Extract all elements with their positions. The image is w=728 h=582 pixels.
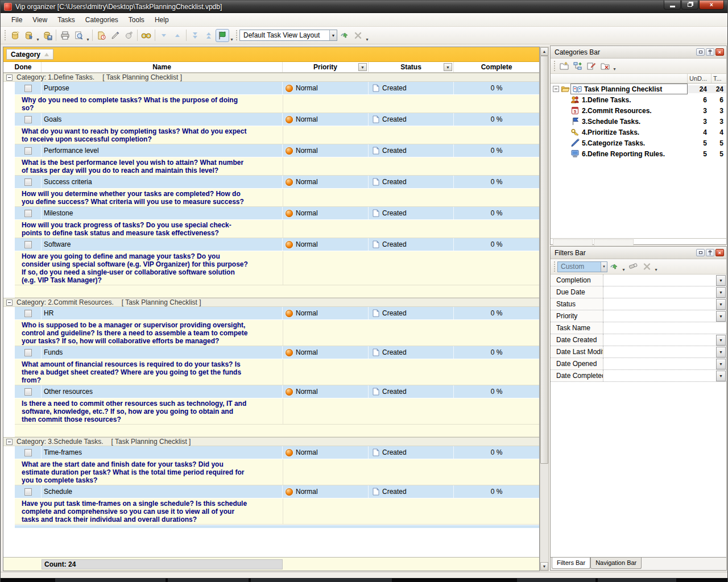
apply-filter-button[interactable] (607, 260, 621, 273)
task-row[interactable]: Success criteria Normal Created 0 % (15, 176, 539, 189)
done-checkbox[interactable] (24, 147, 32, 155)
filter-dropdown-button[interactable]: ▼ (716, 359, 726, 369)
task-row[interactable]: Software Normal Created 0 % (15, 238, 539, 251)
new-task-button[interactable] (94, 29, 108, 42)
task-note-row[interactable]: Is there a need to commit other resource… (15, 398, 539, 425)
view-layout-dropdown[interactable]: ▾ (229, 37, 234, 44)
delete-layout-button[interactable] (351, 29, 365, 42)
layout-combo-dropdown-icon[interactable]: ▼ (329, 30, 337, 40)
print-button[interactable] (58, 29, 72, 42)
scrollbar-thumb[interactable] (540, 56, 548, 464)
filter-value-field[interactable] (603, 310, 716, 322)
menu-item-file[interactable]: File (6, 14, 27, 26)
menu-item-tools[interactable]: Tools (123, 14, 150, 26)
apply-filter-dropdown[interactable]: ▾ (621, 267, 626, 274)
done-checkbox[interactable] (24, 349, 32, 356)
move-to-top-button[interactable] (202, 29, 216, 42)
group-header-row[interactable]: Category: 3.Schedule Tasks. [ Task Plann… (3, 437, 539, 446)
tree-item-task-planning-checklist[interactable]: Task Planning Checklist 24 24 (551, 84, 726, 94)
categories-restore-button[interactable] (696, 48, 705, 56)
column-header-complete[interactable]: Complete (454, 62, 539, 72)
delete-filter-button[interactable] (640, 260, 653, 273)
priority-filter-dropdown[interactable]: ▼ (358, 63, 367, 71)
delete-task-button[interactable] (122, 29, 135, 42)
open-database-dropdown[interactable]: ▾ (35, 37, 40, 44)
restore-button[interactable] (681, 1, 698, 10)
open-database-button[interactable] (22, 29, 35, 42)
collapse-group-icon[interactable] (6, 439, 13, 445)
collapse-group-icon[interactable] (6, 74, 13, 81)
task-row[interactable]: Funds Normal Created 0 % (15, 346, 539, 359)
filter-value-field[interactable] (603, 322, 726, 334)
grid-vertical-scrollbar[interactable]: ▲ ▼ (540, 47, 549, 571)
filters-restore-button[interactable] (696, 249, 705, 256)
layout-combo[interactable]: Default Task View Layout ▼ (239, 30, 337, 41)
add-category-button[interactable] (557, 60, 571, 72)
view-layout-button[interactable] (216, 29, 229, 42)
move-up-button[interactable] (171, 29, 184, 42)
done-checkbox[interactable] (24, 388, 32, 396)
group-header-row[interactable]: Category: 2.Commit Resources. [ Task Pla… (3, 298, 539, 307)
move-to-bottom-button[interactable] (188, 29, 202, 42)
task-note-row[interactable]: How are you going to define and manage y… (15, 251, 539, 285)
filter-preset-dropdown-icon[interactable]: ▼ (601, 262, 607, 272)
tree-item-4-prioritize-tasks[interactable]: 4.Prioritize Tasks. 4 4 (551, 127, 726, 138)
filter-dropdown-button[interactable]: ▼ (716, 371, 726, 381)
done-checkbox[interactable] (24, 116, 32, 123)
filter-value-field[interactable] (603, 346, 716, 357)
taskbar-item[interactable] (517, 579, 595, 582)
clear-filter-button[interactable] (626, 260, 640, 273)
taskbar-item[interactable] (251, 579, 392, 582)
column-header-undone[interactable]: UnD... (688, 74, 712, 83)
delete-category-button[interactable] (598, 60, 612, 72)
filter-dropdown-button[interactable]: ▼ (716, 335, 726, 346)
minimize-button[interactable] (664, 1, 681, 10)
title-bar[interactable]: Vip organizer [C:\Users\dmitry\Desktop\T… (1, 1, 727, 13)
task-row[interactable]: Milestone Normal Created 0 % (15, 207, 539, 220)
filter-value-field[interactable] (603, 286, 716, 298)
filters-toolbar-dropdown[interactable]: ▾ (653, 267, 659, 274)
menu-item-view[interactable]: View (27, 14, 52, 26)
move-down-button[interactable] (157, 29, 171, 42)
menu-item-tasks[interactable]: Tasks (52, 14, 80, 26)
categories-pin-button[interactable] (706, 48, 714, 56)
categories-close-button[interactable]: × (715, 48, 724, 56)
done-checkbox[interactable] (24, 210, 32, 217)
done-checkbox[interactable] (24, 449, 32, 456)
task-note-row[interactable]: How will you determine whether your task… (15, 189, 539, 207)
save-layout-button[interactable] (337, 29, 351, 42)
filter-value-field[interactable] (603, 298, 716, 310)
tree-item-2-commit-resources[interactable]: 5 2.Commit Resources. 3 3 (551, 105, 726, 116)
collapse-tree-icon[interactable] (553, 86, 559, 92)
task-note-row[interactable]: What is the best performance level you w… (15, 157, 539, 176)
print-preview-dropdown[interactable]: ▾ (85, 37, 90, 44)
task-row[interactable]: Goals Normal Created 0 % (15, 113, 539, 126)
save-database-button[interactable] (40, 29, 54, 42)
scroll-down-button[interactable]: ▼ (540, 562, 548, 571)
new-database-button[interactable] (8, 29, 22, 42)
task-note-row[interactable]: What do you want to reach by completing … (15, 126, 539, 144)
add-subcategory-button[interactable] (571, 60, 585, 72)
task-row[interactable]: Schedule Normal Created 0 % (15, 485, 539, 498)
task-row[interactable]: HR Normal Created 0 % (15, 307, 539, 320)
filter-value-field[interactable] (603, 334, 716, 346)
column-header-done[interactable]: Done (5, 62, 42, 72)
close-button[interactable]: × (699, 1, 724, 10)
tree-item-3-schedule-tasks[interactable]: 3.Schedule Tasks. 3 3 (551, 116, 726, 127)
column-header-status[interactable]: Status▼ (369, 62, 454, 72)
task-note-row[interactable]: What are the start date and finish date … (15, 459, 539, 485)
filter-value-field[interactable] (603, 358, 716, 369)
categories-toolbar-dropdown[interactable]: ▾ (612, 66, 617, 73)
filters-pin-button[interactable] (706, 249, 714, 256)
status-filter-dropdown[interactable]: ▼ (444, 63, 452, 71)
task-note-row[interactable]: Who is supposed to be a manager or super… (15, 320, 539, 346)
filter-dropdown-button[interactable]: ▼ (716, 287, 726, 298)
filter-preset-combo[interactable]: Custom ▼ (557, 261, 607, 272)
column-header-name[interactable]: Name (42, 62, 283, 72)
group-by-category-chip[interactable]: Category (6, 49, 53, 60)
tree-item-6-define-reporting-rules[interactable]: 6.Define Reporting Rules. 5 5 (551, 148, 726, 159)
scroll-up-button[interactable]: ▲ (540, 47, 548, 56)
column-header-priority[interactable]: Priority▼ (283, 62, 369, 72)
menu-item-categories[interactable]: Categories (80, 14, 123, 26)
filter-dropdown-button[interactable]: ▼ (716, 275, 726, 286)
